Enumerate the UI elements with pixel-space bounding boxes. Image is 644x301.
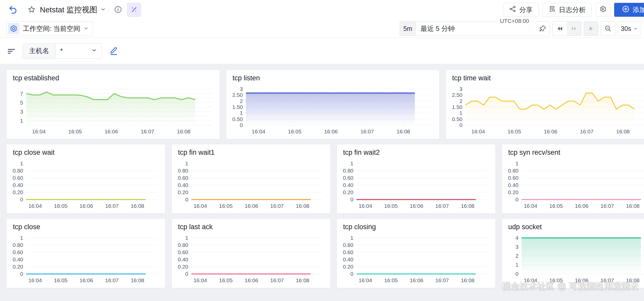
svg-text:1: 1: [20, 160, 23, 166]
svg-text:0.80: 0.80: [178, 242, 188, 248]
chart-card-tcp-last-ack[interactable]: tcp last ack16:0416:0516:0616:0716:0810.…: [172, 219, 330, 288]
svg-text:0: 0: [20, 196, 23, 202]
play-button[interactable]: [584, 21, 598, 36]
chart-card-tcp-listen[interactable]: tcp listen16:0416:0516:0616:0716:0832.50…: [226, 70, 439, 139]
page-title: Netstat 监控视图: [40, 5, 97, 15]
svg-text:16:05: 16:05: [219, 203, 233, 209]
shift-backward-button[interactable]: [553, 22, 567, 36]
svg-text:16:07: 16:07: [141, 128, 154, 134]
gear-icon: [599, 5, 607, 15]
time-range-picker[interactable]: UTC+08:00 5m 最近 5 分钟: [400, 21, 550, 36]
svg-text:4: 4: [515, 235, 518, 241]
svg-text:0: 0: [350, 196, 353, 202]
dashboard-title-menu[interactable]: Netstat 监控视图: [40, 5, 106, 15]
chart-title: tcp fin wait2: [343, 149, 380, 157]
star-icon: [28, 5, 36, 14]
chart-title: tcp closing: [343, 223, 376, 231]
svg-text:16:06: 16:06: [245, 277, 258, 283]
svg-text:16:04: 16:04: [252, 128, 265, 134]
svg-text:3: 3: [240, 86, 243, 92]
svg-text:0.80: 0.80: [178, 168, 188, 174]
add-chart-button[interactable]: 添加图表: [614, 3, 644, 17]
svg-text:16:08: 16:08: [461, 203, 475, 209]
svg-text:16:07: 16:07: [435, 277, 449, 283]
svg-text:1: 1: [20, 235, 23, 241]
chart-card-tcp-close-wait[interactable]: tcp close wait16:0416:0516:0616:0716:081…: [7, 144, 165, 213]
plus-circle-icon: [622, 5, 630, 15]
chart-title: tcp close: [13, 223, 40, 231]
svg-text:0.80: 0.80: [343, 168, 353, 174]
chart-row-1: tcp established16:0416:0516:0616:0716:08…: [7, 70, 644, 139]
time-shift-group: [552, 21, 581, 36]
hostname-filter[interactable]: 主机名 *: [23, 43, 102, 59]
chart-card-tcp-syn-recv-sent[interactable]: tcp syn recv/sent16:0416:0516:0616:0716:…: [502, 144, 644, 213]
svg-text:16:04: 16:04: [28, 203, 42, 209]
play-icon: [588, 25, 594, 32]
refresh-interval-select[interactable]: 30s: [618, 21, 641, 36]
back-button[interactable]: [6, 5, 20, 15]
svg-text:0.40: 0.40: [13, 256, 23, 262]
svg-text:0.40: 0.40: [343, 182, 353, 188]
fast-forward-icon: [571, 25, 577, 32]
share-button[interactable]: 分享: [503, 3, 539, 17]
info-button[interactable]: [111, 5, 125, 14]
dashboard-grid: tcp established16:0416:0516:0616:0716:08…: [0, 64, 644, 288]
add-chart-label: 添加图表: [633, 5, 644, 14]
pin-icon[interactable]: [539, 25, 547, 32]
settings-button[interactable]: [596, 3, 610, 17]
svg-text:16:08: 16:08: [131, 203, 144, 209]
svg-text:16:07: 16:07: [435, 203, 449, 209]
chart-card-tcp-established[interactable]: tcp established16:0416:0516:0616:0716:08…: [7, 70, 220, 139]
shift-forward-button[interactable]: [567, 22, 581, 36]
svg-text:0.20: 0.20: [178, 189, 188, 195]
header: Netstat 监控视图: [0, 0, 644, 38]
chart-title: tcp last ack: [178, 223, 213, 231]
chart-card-tcp-time-wait[interactable]: tcp time wait16:0416:0516:0616:0716:0832…: [446, 70, 644, 139]
svg-text:1: 1: [185, 235, 188, 241]
svg-text:2.50: 2.50: [232, 92, 243, 98]
svg-text:16:07: 16:07: [105, 203, 119, 209]
ai-assistant-button[interactable]: [127, 3, 141, 17]
zoom-out-icon: [604, 25, 612, 32]
svg-text:3: 3: [459, 86, 462, 92]
svg-text:0: 0: [20, 271, 23, 277]
chart-row-2: tcp close wait16:0416:0516:0616:0716:081…: [7, 144, 644, 213]
svg-text:16:05: 16:05: [384, 203, 398, 209]
svg-text:16:06: 16:06: [575, 203, 588, 209]
share-label: 分享: [519, 5, 533, 14]
svg-text:0.40: 0.40: [343, 256, 353, 262]
zoom-out-button[interactable]: [601, 21, 615, 36]
svg-text:0.50: 0.50: [452, 116, 462, 122]
chart-title: tcp established: [13, 74, 59, 82]
svg-text:0.60: 0.60: [343, 175, 353, 181]
workspace-selector[interactable]: 工作空间: 当前空间: [6, 21, 93, 36]
chart-card-udp-socket[interactable]: udp socket16:0416:0516:0616:0716:0843210: [502, 219, 644, 288]
chart-card-tcp-fin-wait2[interactable]: tcp fin wait216:0416:0516:0616:0716:0810…: [337, 144, 495, 213]
svg-text:0: 0: [240, 122, 243, 128]
chart-title: tcp listen: [232, 74, 260, 82]
chart-title: tcp time wait: [452, 74, 491, 82]
log-analysis-button[interactable]: 日志分析: [543, 3, 592, 17]
svg-text:0.80: 0.80: [13, 242, 23, 248]
svg-text:16:06: 16:06: [79, 203, 93, 209]
svg-text:16:06: 16:06: [410, 277, 423, 283]
svg-text:0.20: 0.20: [13, 189, 23, 195]
chart-card-tcp-closing[interactable]: tcp closing16:0416:0516:0616:0716:0810.8…: [337, 219, 495, 288]
svg-text:16:05: 16:05: [68, 128, 82, 134]
chart-card-tcp-fin-wait1[interactable]: tcp fin wait116:0416:0516:0616:0716:0810…: [172, 144, 330, 213]
favorite-star-button[interactable]: [25, 5, 38, 14]
svg-text:16:07: 16:07: [360, 128, 374, 134]
svg-text:16:06: 16:06: [324, 128, 338, 134]
svg-text:16:04: 16:04: [471, 128, 485, 134]
filter-icon[interactable]: [7, 46, 16, 56]
chart-card-tcp-close[interactable]: tcp close16:0416:0516:0616:0716:0810.800…: [7, 219, 165, 288]
hostname-filter-value[interactable]: *: [56, 43, 102, 59]
edit-filter-button[interactable]: [109, 46, 118, 56]
svg-text:16:08: 16:08: [626, 203, 640, 209]
svg-text:16:06: 16:06: [104, 128, 118, 134]
time-controls: UTC+08:00 5m 最近 5 分钟: [400, 21, 641, 36]
svg-text:0.40: 0.40: [178, 256, 188, 262]
svg-text:16:04: 16:04: [359, 203, 372, 209]
rewind-icon: [557, 25, 563, 32]
svg-text:3: 3: [20, 109, 23, 115]
